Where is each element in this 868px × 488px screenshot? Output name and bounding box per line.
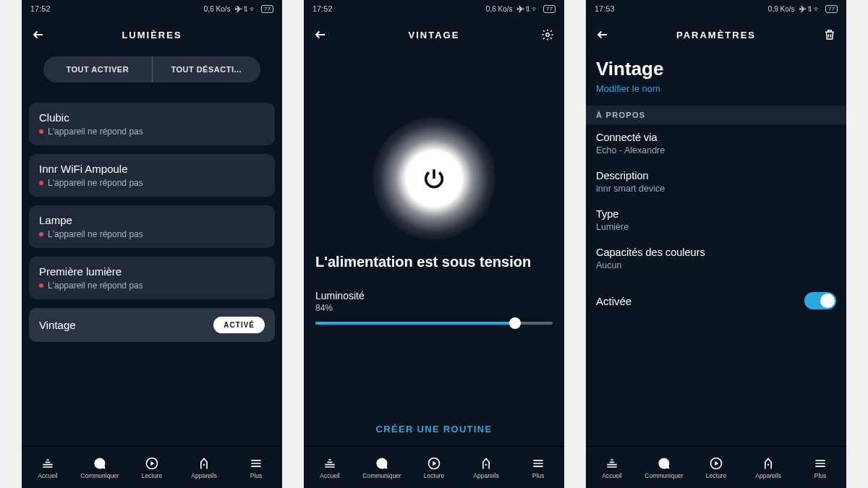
- device-name: Première lumière: [39, 265, 143, 278]
- brightness-label: Luminosité: [315, 290, 553, 301]
- nav-communicate[interactable]: Communiquer: [356, 447, 408, 488]
- device-name: Clubic: [39, 111, 143, 124]
- back-icon[interactable]: [32, 28, 45, 41]
- status-time: 17:53: [595, 4, 615, 13]
- page-title: VINTAGE: [409, 30, 460, 40]
- battery-icon: 77: [543, 5, 556, 13]
- status-time: 17:52: [312, 4, 333, 13]
- row-value: Echo - Alexandre: [596, 145, 836, 155]
- status-rate: 0,9 Ko/s: [768, 5, 795, 13]
- status-icons: ✈ ⇅ ᯤ: [235, 5, 258, 13]
- row-label: Connecté via: [596, 132, 836, 143]
- devices-icon: [197, 456, 211, 471]
- nav-home[interactable]: Accueil: [586, 447, 638, 488]
- slider-thumb-icon[interactable]: [509, 317, 521, 329]
- nav-devices[interactable]: Appareils: [178, 447, 230, 488]
- nav-devices[interactable]: Appareils: [742, 447, 794, 488]
- status-rate: 0,6 Ko/s: [486, 5, 513, 13]
- chat-icon: [375, 456, 389, 471]
- back-icon[interactable]: [596, 28, 609, 41]
- edit-name-link[interactable]: Modifier le nom: [596, 83, 836, 94]
- home-icon: [323, 456, 337, 471]
- brightness-value: 84%: [315, 303, 553, 313]
- enabled-toggle[interactable]: [804, 292, 836, 309]
- nav-home[interactable]: Accueil: [22, 447, 74, 488]
- offline-dot-icon: [39, 283, 43, 288]
- device-name: Innr WiFi Ampoule: [39, 163, 143, 175]
- back-icon[interactable]: [314, 28, 327, 41]
- row-label: Capacités des couleurs: [596, 247, 836, 258]
- bottom-nav: Accueil Communiquer Lecture Appareils Pl…: [22, 446, 282, 488]
- gear-icon[interactable]: [541, 28, 554, 41]
- device-status: L'appareil ne répond pas: [48, 229, 143, 239]
- create-routine-button[interactable]: CRÉER UNE ROUTINE: [311, 424, 557, 435]
- status-rate: 0,6 Ko/s: [204, 5, 231, 13]
- nav-more[interactable]: Plus: [794, 447, 846, 488]
- nav-play[interactable]: Lecture: [408, 447, 460, 488]
- svg-point-6: [767, 463, 770, 466]
- nav-play[interactable]: Lecture: [126, 447, 178, 488]
- status-bar: 17:52 0,6 Ko/s ✈ ⇅ ᯤ 77: [22, 0, 282, 17]
- offline-dot-icon: [39, 181, 43, 185]
- device-card[interactable]: Innr WiFi Ampoule L'appareil ne répond p…: [29, 154, 275, 197]
- enabled-label: Activée: [596, 295, 631, 307]
- status-bar: 17:52 0,6 Ko/s ✈ ⇅ ᯤ 77: [304, 0, 564, 17]
- svg-point-1: [203, 463, 205, 466]
- segment-all-off[interactable]: TOUT DÉSACTI...: [153, 56, 261, 82]
- nav-more[interactable]: Plus: [230, 447, 282, 488]
- about-row: Type Lumière: [586, 201, 846, 239]
- about-row: Capacités des couleurs Aucun: [586, 239, 846, 278]
- screen-device-control: 17:52 0,6 Ko/s ✈ ⇅ ᯤ 77 VINTAGE L'alimen…: [304, 0, 564, 488]
- device-status: L'appareil ne répond pas: [48, 127, 143, 137]
- nav-devices[interactable]: Appareils: [460, 447, 512, 488]
- menu-icon: [531, 456, 545, 471]
- device-title: Vintage: [596, 58, 836, 80]
- bottom-nav: Accueil Communiquer Lecture Appareils Pl…: [304, 446, 564, 488]
- status-bar: 17:53 0,9 Ko/s ✈ ⇅ ᯤ 77: [586, 0, 846, 17]
- device-status: L'appareil ne répond pas: [48, 281, 143, 291]
- nav-communicate[interactable]: Communiquer: [638, 447, 690, 488]
- header: LUMIÈRES: [22, 17, 282, 52]
- row-label: Description: [596, 170, 836, 181]
- svg-point-2: [546, 33, 550, 37]
- status-time: 17:52: [30, 4, 51, 13]
- status-icons: ✈ ⇅ ᯤ: [799, 5, 822, 13]
- device-card[interactable]: Première lumière L'appareil ne répond pa…: [29, 257, 275, 299]
- play-icon: [145, 456, 159, 471]
- device-name: Vintage: [39, 319, 76, 331]
- play-icon: [427, 456, 441, 471]
- brightness-slider[interactable]: [315, 322, 553, 325]
- row-value: Aucun: [596, 260, 836, 270]
- segment-all-on[interactable]: TOUT ACTIVER: [43, 56, 153, 82]
- power-button[interactable]: [373, 117, 495, 240]
- page-title: LUMIÈRES: [122, 30, 182, 40]
- nav-play[interactable]: Lecture: [690, 447, 742, 488]
- about-header: À PROPOS: [586, 106, 846, 124]
- page-title: PARAMÈTRES: [676, 30, 756, 40]
- power-status-label: L'alimentation est sous tension: [315, 253, 531, 271]
- play-icon: [709, 456, 723, 471]
- segment-control[interactable]: TOUT ACTIVER TOUT DÉSACTI...: [43, 56, 260, 82]
- battery-icon: 77: [825, 5, 838, 13]
- offline-dot-icon: [39, 129, 43, 134]
- device-status: L'appareil ne répond pas: [48, 178, 143, 188]
- trash-icon[interactable]: [823, 28, 836, 41]
- device-card[interactable]: Vintage ACTIVÉ: [29, 308, 275, 342]
- menu-icon: [813, 456, 827, 471]
- nav-communicate[interactable]: Communiquer: [74, 447, 126, 488]
- header: PARAMÈTRES: [586, 17, 846, 52]
- screen-settings: 17:53 0,9 Ko/s ✈ ⇅ ᯤ 77 PARAMÈTRES Vinta…: [586, 0, 846, 488]
- device-name: Lampe: [39, 214, 143, 226]
- power-icon: [422, 166, 446, 191]
- active-badge[interactable]: ACTIVÉ: [213, 317, 265, 333]
- row-label: Type: [596, 208, 836, 220]
- nav-home[interactable]: Accueil: [304, 447, 356, 488]
- chat-icon: [93, 456, 107, 471]
- device-card[interactable]: Lampe L'appareil ne répond pas: [29, 205, 275, 248]
- home-icon: [605, 456, 619, 471]
- menu-icon: [249, 456, 263, 471]
- nav-more[interactable]: Plus: [512, 447, 564, 488]
- device-card[interactable]: Clubic L'appareil ne répond pas: [29, 103, 275, 145]
- home-icon: [41, 456, 55, 471]
- about-row: Connecté via Echo - Alexandre: [586, 124, 846, 163]
